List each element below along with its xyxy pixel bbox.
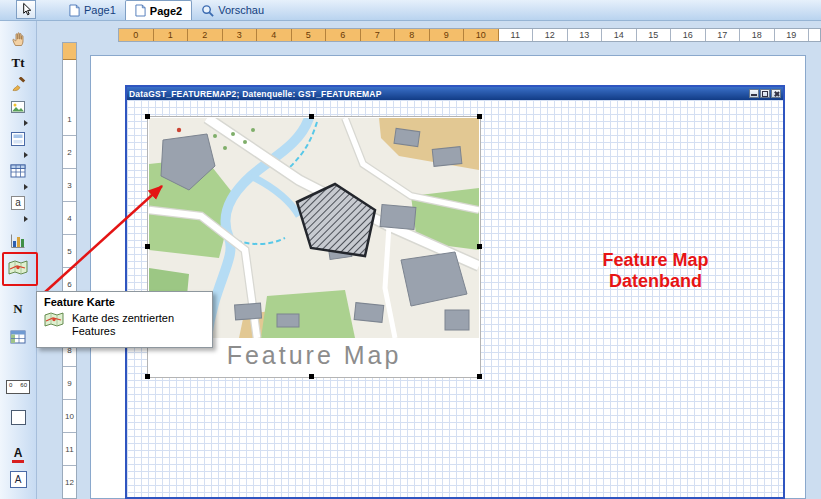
tab-label: Page2 xyxy=(150,5,182,17)
report-container-tool[interactable] xyxy=(4,128,32,150)
rectangle-tool[interactable] xyxy=(4,406,32,428)
text-tool-icon: Tt xyxy=(12,55,25,71)
chart-tool[interactable] xyxy=(4,230,32,252)
ruler-number: 19 xyxy=(775,29,810,41)
pointer-icon xyxy=(19,2,34,17)
ruler-number: 1 xyxy=(63,103,76,136)
formatted-text-tool[interactable]: a xyxy=(4,192,32,214)
band-close-button[interactable] xyxy=(771,89,781,98)
tab-page1[interactable]: Page1 xyxy=(60,0,125,20)
text-frame-icon: A xyxy=(10,471,27,488)
container-flyout-arrow[interactable] xyxy=(24,152,28,158)
vertical-ruler: 123456789101112 xyxy=(62,42,77,499)
band-title-bar[interactable]: DataGST_FEATUREMAP2; Datenquelle: GST_FE… xyxy=(127,87,783,100)
ruler-number: 0 xyxy=(119,29,154,41)
tooltip: Feature Karte Karte des zentrierten Feat… xyxy=(36,291,213,348)
band-minimize-button[interactable] xyxy=(749,89,759,98)
selection-handle-mid-right[interactable] xyxy=(477,244,482,249)
tooltip-description: Karte des zentrierten Features xyxy=(72,312,194,338)
gauge-max-label: 60 xyxy=(20,382,27,392)
brush-icon xyxy=(10,77,26,93)
horizontal-ruler: 012345678910111213141516171819 xyxy=(118,28,821,42)
ruler-number: 18 xyxy=(740,29,775,41)
table-flyout-arrow[interactable] xyxy=(24,184,28,190)
font-color-bar xyxy=(12,460,24,463)
formatted-text-flyout-arrow[interactable] xyxy=(24,216,28,222)
ruler-number: 9 xyxy=(63,367,76,400)
chart-icon xyxy=(10,233,26,249)
ruler-number: 11 xyxy=(499,29,534,41)
rectangle-icon xyxy=(11,410,26,425)
selection-handle-bottom-center[interactable] xyxy=(309,374,314,379)
tab-strip: Page1 Page2 Vorschau xyxy=(60,0,273,20)
tooltip-body: Karte des zentrierten Features xyxy=(37,310,212,340)
n-tool-icon: N xyxy=(13,301,22,317)
ruler-number: 1 xyxy=(154,29,189,41)
tab-vorschau[interactable]: Vorschau xyxy=(192,0,273,20)
ruler-number: 8 xyxy=(395,29,430,41)
picture-tool[interactable] xyxy=(4,96,32,118)
page-tab-bar: Page1 Page2 Vorschau xyxy=(0,0,821,21)
gauge-icon: 0 60 xyxy=(6,380,30,394)
ruler-number: 2 xyxy=(63,136,76,169)
table-icon xyxy=(10,164,26,178)
selection-handle-top-center[interactable] xyxy=(309,114,314,119)
table-tool[interactable] xyxy=(4,160,32,182)
hand-icon xyxy=(10,31,26,47)
selection-handle-top-left[interactable] xyxy=(145,114,150,119)
ruler-number: 10 xyxy=(63,400,76,433)
ruler-number: 10 xyxy=(464,29,499,41)
ruler-number: 14 xyxy=(602,29,637,41)
gauge-tool[interactable]: 0 60 xyxy=(4,376,32,398)
ruler-number: 16 xyxy=(671,29,706,41)
page-icon xyxy=(135,4,146,17)
ruler-number: 12 xyxy=(63,466,76,499)
ruler-number: 13 xyxy=(568,29,603,41)
tooltip-title: Feature Karte xyxy=(37,292,212,310)
ruler-number: 17 xyxy=(706,29,741,41)
preview-magnifier-icon xyxy=(201,4,214,17)
ruler-number: 5 xyxy=(63,235,76,268)
font-color-icon: A xyxy=(12,448,24,463)
container-icon xyxy=(10,131,26,147)
ruler-number: 7 xyxy=(361,29,396,41)
crosstab-tool[interactable] xyxy=(4,326,32,348)
ruler-number: 5 xyxy=(292,29,327,41)
selection-handle-bottom-right[interactable] xyxy=(477,374,482,379)
ruler-number: 3 xyxy=(223,29,258,41)
report-designer-window: DataGST_FEATUREMAP2; Datenquelle: GST_FE… xyxy=(0,0,821,499)
selection-handle-top-right[interactable] xyxy=(477,114,482,119)
ruler-number: 6 xyxy=(326,29,361,41)
page-icon xyxy=(69,4,80,17)
pan-tool[interactable] xyxy=(4,28,32,50)
tab-page2[interactable]: Page2 xyxy=(125,0,192,20)
band-restore-button[interactable] xyxy=(760,89,770,98)
formatted-text-icon: a xyxy=(11,196,25,210)
tab-label: Page1 xyxy=(84,4,116,16)
annotation-line-2: Datenband xyxy=(558,271,753,292)
vertical-ruler-highlight xyxy=(63,43,76,60)
select-tool[interactable] xyxy=(16,0,36,19)
annotation-label: Feature Map Datenband xyxy=(558,250,753,292)
gauge-min-label: 0 xyxy=(9,382,12,392)
ruler-number: 9 xyxy=(430,29,465,41)
font-color-tool[interactable]: A xyxy=(4,444,32,466)
text-tool[interactable]: Tt xyxy=(4,52,32,74)
picture-flyout-arrow[interactable] xyxy=(24,120,28,126)
ruler-number: 12 xyxy=(533,29,568,41)
tab-label: Vorschau xyxy=(218,4,264,16)
annotation-line-1: Feature Map xyxy=(558,250,753,271)
band-title: DataGST_FEATUREMAP2; Datenquelle: GST_FE… xyxy=(129,89,748,99)
picture-icon xyxy=(10,99,26,115)
crosstab-icon xyxy=(10,330,26,344)
ruler-number: 4 xyxy=(63,202,76,235)
font-color-letter: A xyxy=(14,448,23,459)
selection-handle-mid-left[interactable] xyxy=(145,244,150,249)
ruler-number: 11 xyxy=(63,433,76,466)
format-brush-tool[interactable] xyxy=(4,74,32,96)
text-frame-tool[interactable]: A xyxy=(4,468,32,490)
selection-handle-bottom-left[interactable] xyxy=(145,374,150,379)
ruler-number: 3 xyxy=(63,169,76,202)
ruler-number: 2 xyxy=(188,29,223,41)
n-tool[interactable]: N xyxy=(4,298,32,320)
